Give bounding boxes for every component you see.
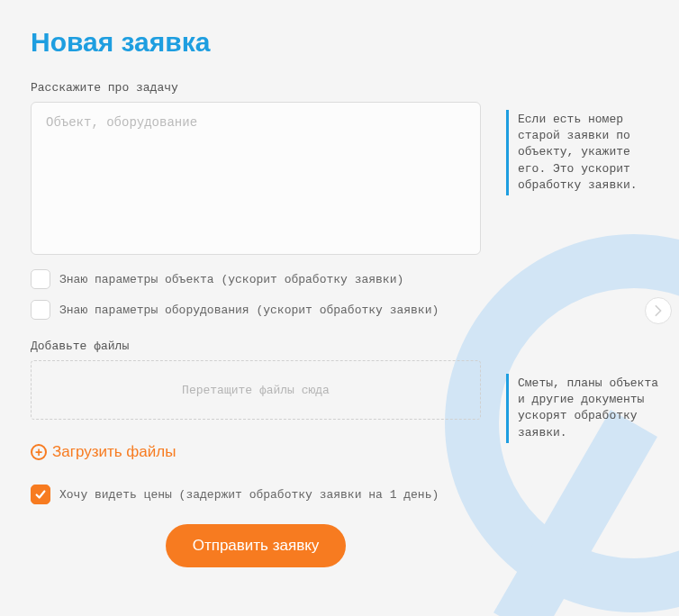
show-prices-checkbox[interactable] <box>31 485 50 504</box>
plus-circle-icon: + <box>31 444 47 460</box>
submit-button[interactable]: Отправить заявку <box>166 524 347 567</box>
object-params-label: Знаю параметры объекта (ускорит обработк… <box>59 273 403 286</box>
hint-task: Если есть номер старой заявки по объекту… <box>506 110 659 195</box>
files-label: Добавьте файлы <box>31 340 481 353</box>
task-label: Расскажите про задачу <box>31 81 481 95</box>
check-icon <box>34 488 47 501</box>
show-prices-row: Хочу видеть цены (задержит обработку зая… <box>31 485 481 504</box>
show-prices-label: Хочу видеть цены (задержит обработку зая… <box>59 488 439 502</box>
page-title: Новая заявка <box>31 27 481 58</box>
form-main: Новая заявка Расскажите про задачу Знаю … <box>31 27 481 567</box>
chevron-right-icon <box>654 304 663 317</box>
object-params-checkbox[interactable] <box>31 269 50 289</box>
upload-files-label: Загрузить файлы <box>52 443 176 461</box>
file-dropzone[interactable]: Перетащите файлы сюда <box>31 360 481 420</box>
upload-files-button[interactable]: + Загрузить файлы <box>31 443 481 461</box>
files-section: Добавьте файлы Перетащите файлы сюда + З… <box>31 340 481 461</box>
next-arrow-button[interactable] <box>645 297 672 324</box>
dropzone-text: Перетащите файлы сюда <box>182 384 330 397</box>
hints-sidebar: Если есть номер старой заявки по объекту… <box>506 27 659 567</box>
equipment-params-checkbox[interactable] <box>31 300 50 320</box>
task-textarea[interactable] <box>31 102 481 255</box>
equipment-params-row: Знаю параметры оборудования (ускорит обр… <box>31 300 481 320</box>
submit-wrap: Отправить заявку <box>31 524 481 567</box>
hint-files: Сметы, планы объекта и другие документы … <box>506 374 659 443</box>
object-params-row: Знаю параметры объекта (ускорит обработк… <box>31 269 481 289</box>
equipment-params-label: Знаю параметры оборудования (ускорит обр… <box>59 303 439 317</box>
